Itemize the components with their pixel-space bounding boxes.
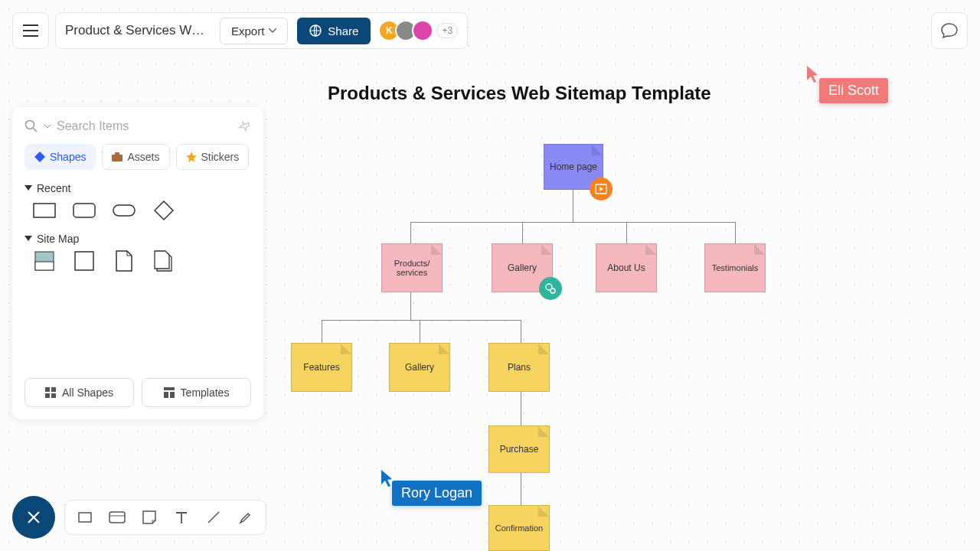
connector	[521, 320, 521, 343]
shape-diamond[interactable]	[150, 201, 178, 220]
shapes-panel: Shapes Assets Stickers Recent Site Map A…	[12, 107, 263, 419]
shape-rectangle[interactable]	[31, 201, 58, 220]
connector	[521, 392, 521, 427]
tool-text[interactable]	[171, 507, 192, 528]
drawing-toolbar	[64, 500, 266, 535]
share-button[interactable]: Share	[297, 18, 371, 44]
svg-rect-17	[79, 513, 91, 522]
connector	[573, 190, 573, 222]
shape-page-filled[interactable]	[31, 251, 58, 271]
layout-icon	[164, 387, 175, 398]
search-input[interactable]	[57, 119, 233, 133]
close-icon	[27, 510, 41, 524]
more-avatars-count[interactable]: +3	[436, 23, 458, 38]
export-button[interactable]: Export	[220, 18, 288, 44]
star-icon	[186, 152, 197, 162]
node-purchase[interactable]: Purchase	[488, 425, 550, 473]
chevron-down-icon	[269, 28, 276, 33]
node-products[interactable]: Products/ services	[381, 243, 443, 292]
svg-rect-18	[109, 512, 125, 523]
caret-down-icon	[24, 236, 32, 242]
svg-rect-8	[35, 262, 54, 270]
node-gallery2[interactable]: Gallery	[389, 343, 450, 392]
shape-square[interactable]	[70, 251, 98, 271]
svg-rect-3	[115, 152, 119, 155]
globe-icon	[309, 24, 322, 37]
shape-document[interactable]	[110, 251, 138, 271]
tab-assets[interactable]: Assets	[102, 144, 169, 170]
collaborator-tag-eli: Eli Scott	[819, 78, 888, 103]
node-confirmation[interactable]: Confirmation	[488, 505, 550, 551]
connector	[322, 320, 521, 321]
canvas-title: Products & Services Web Sitemap Template	[328, 83, 711, 104]
svg-rect-6	[113, 205, 135, 216]
svg-rect-14	[164, 387, 175, 390]
search-dropdown-icon[interactable]	[44, 125, 51, 129]
svg-rect-16	[170, 392, 175, 398]
node-testimonials[interactable]: Testimonials	[704, 243, 766, 292]
menu-button[interactable]	[12, 12, 49, 49]
node-features[interactable]: Features	[291, 343, 352, 392]
briefcase-icon	[112, 152, 122, 161]
tab-shapes[interactable]: Shapes	[24, 144, 96, 170]
tool-line[interactable]	[203, 507, 224, 528]
export-label: Export	[231, 24, 264, 37]
group-recent[interactable]: Recent	[24, 182, 251, 194]
svg-point-1	[26, 121, 34, 129]
svg-rect-5	[74, 204, 95, 217]
tab-stickers[interactable]: Stickers	[176, 144, 250, 170]
shape-documents[interactable]	[150, 251, 178, 271]
connector	[410, 222, 411, 243]
caret-down-icon	[24, 185, 32, 191]
node-about[interactable]: About Us	[596, 243, 657, 292]
svg-rect-10	[45, 387, 50, 392]
templates-button[interactable]: Templates	[142, 378, 251, 407]
connector	[735, 222, 736, 243]
share-label: Share	[328, 24, 358, 37]
tool-card[interactable]	[106, 507, 128, 528]
pin-icon[interactable]	[237, 118, 254, 135]
connector	[626, 222, 627, 243]
connector	[410, 222, 736, 223]
svg-rect-12	[45, 393, 50, 398]
connector	[521, 473, 521, 505]
search-icon	[24, 119, 38, 133]
connector	[410, 292, 411, 320]
collaborator-tag-rory: Rory Logan	[392, 481, 482, 506]
tool-sticky[interactable]	[139, 507, 160, 528]
shape-rounded-rect[interactable]	[70, 201, 98, 220]
connector	[322, 320, 322, 343]
shape-pill[interactable]	[110, 201, 138, 220]
avatar[interactable]	[412, 20, 433, 41]
video-badge-icon[interactable]	[590, 178, 612, 201]
svg-rect-11	[51, 387, 56, 392]
chat-icon	[941, 23, 958, 38]
diamond-icon	[34, 152, 45, 162]
svg-rect-13	[51, 393, 56, 398]
grid-icon	[45, 387, 56, 398]
hamburger-icon	[23, 24, 38, 37]
gear-badge-icon[interactable]	[539, 277, 562, 300]
tool-highlighter[interactable]	[235, 507, 256, 528]
svg-point-22	[550, 289, 555, 293]
all-shapes-button[interactable]: All Shapes	[24, 378, 134, 407]
collaborator-avatars: K +3	[383, 20, 458, 41]
connector	[420, 320, 420, 343]
svg-rect-4	[34, 204, 55, 217]
connector	[522, 222, 523, 243]
svg-rect-9	[75, 252, 93, 270]
svg-rect-2	[112, 155, 122, 161]
document-bar: Product & Services Web… Export Share K +…	[55, 12, 468, 49]
group-sitemap[interactable]: Site Map	[24, 233, 251, 245]
comments-button[interactable]	[931, 12, 968, 49]
close-panel-button[interactable]	[12, 496, 55, 539]
document-title[interactable]: Product & Services Web…	[65, 23, 211, 38]
svg-rect-15	[164, 392, 168, 398]
node-plans[interactable]: Plans	[488, 343, 550, 392]
tool-rectangle[interactable]	[74, 507, 96, 528]
